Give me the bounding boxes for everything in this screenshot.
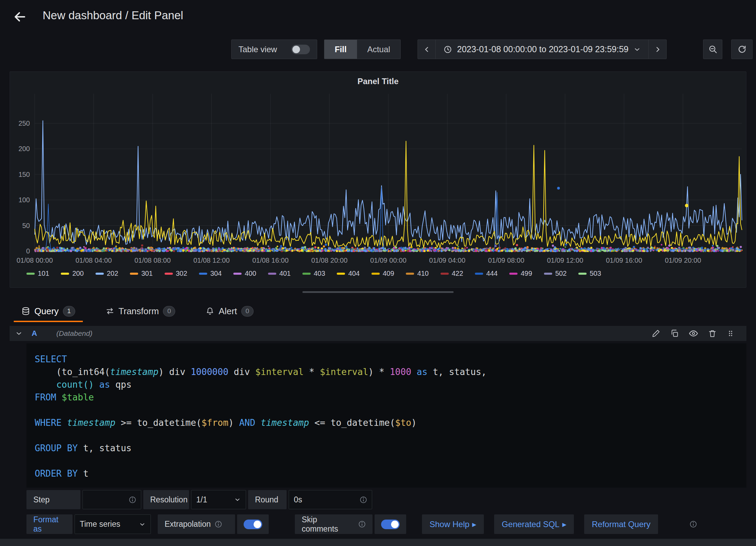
toggle-knob — [254, 521, 261, 528]
svg-text:01/08 00:00: 01/08 00:00 — [16, 257, 53, 264]
legend-item[interactable]: 444 — [475, 270, 498, 277]
tab-badge: 1 — [63, 306, 75, 317]
legend-label: 301 — [141, 270, 153, 277]
svg-text:01/08 04:00: 01/08 04:00 — [76, 257, 112, 264]
legend-item[interactable]: 302 — [165, 270, 187, 277]
time-range-button[interactable]: 2023-01-08 00:00:00 to 2023-01-09 23:59:… — [436, 40, 648, 59]
time-range-text: 2023-01-08 00:00:00 to 2023-01-09 23:59:… — [457, 44, 629, 54]
legend-label: 502 — [555, 270, 567, 277]
table-view-control: Table view — [231, 39, 317, 59]
query-ref-id: A — [32, 329, 37, 338]
timeseries-chart[interactable]: 05010015020025001/08 00:0001/08 04:0001/… — [10, 72, 746, 268]
resolution-label: Resolution — [143, 490, 189, 509]
sql-line: SELECT — [35, 353, 738, 366]
round-input[interactable]: 0s — [289, 490, 372, 509]
query-datasource: (Databend) — [56, 329, 92, 338]
legend-swatch — [199, 273, 207, 275]
sql-line — [35, 404, 738, 417]
info-icon[interactable] — [360, 496, 367, 503]
tab-alert[interactable]: Alert 0 — [198, 302, 261, 322]
sql-line: ORDER BY t — [35, 467, 738, 480]
actual-option[interactable]: Actual — [357, 40, 401, 59]
zoom-out-button[interactable] — [703, 39, 722, 59]
extrapolation-toggle-box — [237, 514, 269, 534]
panel: 05010015020025001/08 00:0001/08 04:0001/… — [10, 71, 746, 288]
trash-icon[interactable] — [708, 329, 717, 338]
tab-label: Transform — [119, 306, 159, 317]
collapse-chevron-icon[interactable] — [15, 330, 23, 337]
info-icon[interactable] — [129, 496, 136, 503]
legend-swatch — [268, 273, 276, 275]
info-icon[interactable] — [358, 521, 366, 528]
generated-sql-button[interactable]: Generated SQL ▸ — [494, 514, 574, 534]
table-view-toggle[interactable] — [291, 45, 310, 54]
step-label: Step — [26, 490, 80, 509]
sql-editor[interactable]: SELECT (to_int64(timestamp) div 1000000 … — [26, 343, 746, 488]
zoom-out-icon — [708, 45, 718, 54]
generated-sql-label: Generated SQL — [502, 520, 559, 529]
info-icon[interactable] — [215, 521, 222, 528]
legend-swatch — [96, 273, 104, 275]
legend-item[interactable]: 301 — [130, 270, 153, 277]
duplicate-icon[interactable] — [670, 329, 679, 338]
format-as-select[interactable]: Time series — [75, 514, 151, 534]
legend-item[interactable]: 422 — [441, 270, 463, 277]
refresh-button[interactable] — [731, 39, 753, 59]
query-options-row-1: Step Resolution 1/1 Round 0s — [26, 490, 372, 509]
edit-icon[interactable] — [652, 329, 660, 338]
drag-handle-icon[interactable] — [726, 329, 735, 338]
time-shift-back-button[interactable] — [418, 40, 436, 59]
extrapolation-toggle[interactable] — [244, 520, 262, 529]
legend-item[interactable]: 499 — [509, 270, 532, 277]
svg-text:01/08 20:00: 01/08 20:00 — [311, 257, 348, 264]
reformat-query-button[interactable]: Reformat Query — [584, 514, 658, 534]
legend-swatch — [302, 273, 311, 275]
legend-label: 401 — [279, 270, 291, 277]
svg-text:01/08 08:00: 01/08 08:00 — [134, 257, 171, 264]
legend-item[interactable]: 403 — [302, 270, 325, 277]
resolution-select[interactable]: 1/1 — [191, 490, 246, 509]
legend-item[interactable]: 404 — [337, 270, 359, 277]
tab-query[interactable]: Query 1 — [14, 302, 83, 322]
legend-label: 403 — [314, 270, 325, 277]
display-mode-group: Fill Actual — [324, 39, 401, 59]
legend-label: 200 — [72, 270, 84, 277]
back-button[interactable] — [13, 9, 31, 25]
show-help-button[interactable]: Show Help ▸ — [422, 514, 484, 534]
tab-label: Alert — [219, 306, 237, 317]
skip-comments-toggle[interactable] — [381, 520, 400, 529]
skip-comments-label: Skip comments — [295, 514, 373, 534]
bell-icon — [205, 307, 214, 316]
legend-item[interactable]: 503 — [578, 270, 601, 277]
info-icon[interactable] — [690, 521, 697, 528]
time-shift-forward-button[interactable] — [648, 40, 666, 59]
expand-caret-icon: ▸ — [472, 520, 476, 529]
query-row-header: A (Databend) — [10, 326, 746, 341]
page-title: New dashboard / Edit Panel — [43, 9, 183, 22]
legend-swatch — [26, 273, 35, 275]
legend-item[interactable]: 304 — [199, 270, 222, 277]
svg-text:01/09 04:00: 01/09 04:00 — [429, 257, 466, 264]
legend-item[interactable]: 400 — [233, 270, 256, 277]
legend-item[interactable]: 101 — [26, 270, 49, 277]
pane-splitter[interactable] — [302, 291, 454, 293]
legend-label: 410 — [417, 270, 429, 277]
legend-item[interactable]: 200 — [61, 270, 84, 277]
database-icon — [21, 307, 30, 316]
time-picker: 2023-01-08 00:00:00 to 2023-01-09 23:59:… — [418, 39, 667, 59]
legend-item[interactable]: 502 — [544, 270, 567, 277]
skip-comments-toggle-box — [375, 514, 406, 534]
legend-item[interactable]: 401 — [268, 270, 291, 277]
svg-text:01/09 16:00: 01/09 16:00 — [606, 257, 642, 264]
legend-item[interactable]: 202 — [96, 270, 118, 277]
tab-transform[interactable]: Transform 0 — [98, 302, 183, 322]
toolbar: Table view Fill Actual 2023-01-08 00:00:… — [0, 39, 756, 59]
step-input[interactable] — [82, 490, 141, 509]
fill-option[interactable]: Fill — [324, 40, 357, 59]
legend-label: 409 — [383, 270, 394, 277]
eye-icon[interactable] — [689, 329, 698, 338]
legend-item[interactable]: 409 — [371, 270, 394, 277]
format-as-value: Time series — [80, 520, 120, 529]
legend-item[interactable]: 410 — [406, 270, 429, 277]
legend-swatch — [371, 273, 380, 275]
